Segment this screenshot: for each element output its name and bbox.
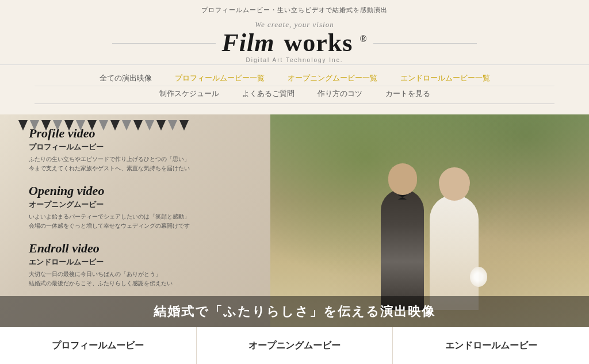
endroll-desc: 大切な一日の最後に今日いちばんの「ありがとう」 結婚式の最後だからこそ、ふたりら… <box>29 270 253 288</box>
couple-figure <box>381 189 479 310</box>
flag-11 <box>133 120 143 131</box>
logo-area: We create, your vision Film works ® Digi… <box>0 18 589 64</box>
logo-works: works <box>284 29 353 57</box>
logo-main: Film works ® <box>221 30 367 56</box>
logo-divider-left <box>112 43 216 44</box>
hero-section: Profile video プロフィールムービー ふたりの生い立ちやエピソードで… <box>0 114 589 327</box>
opening-video-block: Opening video オープニングムービー いよいよ始まるパーティーでシェ… <box>29 183 253 231</box>
bottom-cards: プロフィールムービー オープニングムービー エンドロールムービー <box>0 327 589 364</box>
bottom-card-endroll-title: エンドロールムービー <box>399 340 583 352</box>
flag-5 <box>64 120 74 131</box>
nav-howto[interactable]: 作り方のコツ <box>318 89 362 99</box>
nav-opening-movies[interactable]: オープニングムービー一覧 <box>288 73 377 83</box>
bottom-card-opening[interactable]: オープニングムービー <box>197 327 393 364</box>
bottom-card-profile-title: プロフィールムービー <box>6 340 190 352</box>
main-nav: 全ての演出映像 プロフィールムービー一覧 オープニングムービー一覧 エンドロール… <box>0 64 589 104</box>
nav-endroll-movies[interactable]: エンドロールムービー一覧 <box>400 73 490 83</box>
groom-head <box>388 163 417 192</box>
profile-title-jp: プロフィールムービー <box>29 142 253 152</box>
logo-divider-right <box>373 43 477 44</box>
flag-8 <box>99 120 108 131</box>
top-tagline: プロフィールムービー・生い立ちビデオで結婚式を感動演出 <box>0 0 589 18</box>
bouquet <box>470 267 487 287</box>
flag-1 <box>18 120 28 131</box>
bride-head <box>439 167 470 198</box>
opening-title-jp: オープニングムービー <box>29 200 253 210</box>
hero-bottom-text: 結婚式で「ふたりらしさ」を伝える演出映像 <box>0 296 589 327</box>
nav-cart[interactable]: カートを見る <box>385 89 430 99</box>
profile-video-block: Profile video プロフィールムービー ふたりの生い立ちやエピソードで… <box>29 126 253 173</box>
endroll-video-block: Endroll video エンドロールムービー 大切な一日の最後に今日いちばん… <box>29 241 253 288</box>
endroll-title-en: Endroll video <box>29 241 253 256</box>
nav-schedule[interactable]: 制作スケジュール <box>159 89 219 99</box>
flag-4 <box>53 120 62 131</box>
nav-row2: 制作スケジュール よくあるご質問 作り方のコツ カートを見る <box>0 86 589 101</box>
opening-title-en: Opening video <box>29 183 253 198</box>
logo-subtitle: Digital Art Technology Inc. <box>0 57 589 63</box>
opening-desc: いよいよ始まるパーティーでシェアしたいのは「笑顔と感動」 会場の一体感をぐっと増… <box>29 212 253 231</box>
hero-right-image <box>270 114 589 327</box>
bride-figure <box>430 195 479 310</box>
nav-profile-movies[interactable]: プロフィールムービー一覧 <box>175 73 265 83</box>
bunting-flags <box>0 120 270 131</box>
logo-we-create: We create, your vision <box>0 20 589 29</box>
flag-6 <box>76 120 85 131</box>
flag-13 <box>156 120 166 131</box>
flag-9 <box>110 120 120 131</box>
bowtie <box>398 195 407 200</box>
hero-left: Profile video プロフィールムービー ふたりの生い立ちやエピソードで… <box>0 114 270 327</box>
logo-divider-wrap: Film works ® <box>0 30 589 56</box>
flag-12 <box>145 120 154 131</box>
flag-2 <box>30 120 39 131</box>
endroll-title-jp: エンドロールムービー <box>29 257 253 267</box>
logo-film: Film <box>221 29 274 57</box>
nav-all-videos[interactable]: 全ての演出映像 <box>100 73 152 83</box>
bottom-card-profile[interactable]: プロフィールムービー <box>0 327 197 364</box>
flag-7 <box>87 120 97 131</box>
flag-15 <box>179 120 189 131</box>
nav-faq[interactable]: よくあるご質問 <box>242 89 294 99</box>
flag-14 <box>168 120 177 131</box>
groom-figure <box>381 189 424 310</box>
logo-reg: ® <box>359 34 367 44</box>
profile-desc: ふたりの生い立ちやエピソードで作り上げるひとつの「思い」 今まで支えてくれた家族… <box>29 155 253 173</box>
nav-bottom-divider <box>35 104 554 104</box>
nav-row1: 全ての演出映像 プロフィールムービー一覧 オープニングムービー一覧 エンドロール… <box>0 71 589 86</box>
flag-3 <box>41 120 51 131</box>
bottom-card-endroll[interactable]: エンドロールムービー <box>393 327 589 364</box>
flag-10 <box>122 120 131 131</box>
bottom-card-opening-title: オープニングムービー <box>202 340 387 352</box>
